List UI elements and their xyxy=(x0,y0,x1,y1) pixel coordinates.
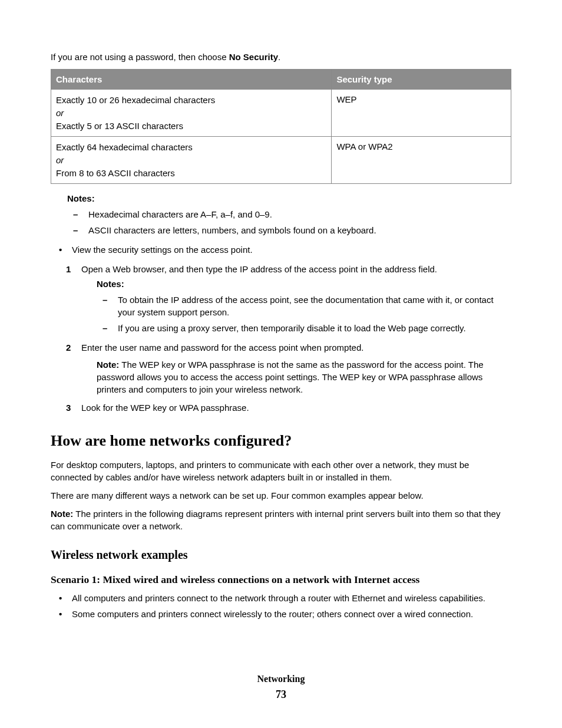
table-cell-characters: Exactly 64 hexadecimal characters or Fro… xyxy=(51,137,332,184)
step-note-item: If you are using a proxy server, then te… xyxy=(103,322,511,334)
table-row: Exactly 64 hexadecimal characters or Fro… xyxy=(51,137,511,184)
note-body: The printers in the following diagrams r… xyxy=(51,509,500,531)
table-header-security-type: Security type xyxy=(332,70,511,90)
step-item: Look for the WEP key or WPA passphrase. xyxy=(64,401,511,414)
step-item: Open a Web browser, and then type the IP… xyxy=(64,263,511,334)
chars-or: or xyxy=(56,107,326,119)
note-item: ASCII characters are letters, numbers, a… xyxy=(73,224,511,236)
table-cell-security-type: WEP xyxy=(332,90,511,137)
intro-suffix: . xyxy=(278,52,280,62)
body-paragraph: For desktop computers, laptops, and prin… xyxy=(51,459,511,483)
note-item: Hexadecimal characters are A–F, a–f, and… xyxy=(73,208,511,220)
notes-label: Notes: xyxy=(67,192,511,205)
step-item: Enter the user name and password for the… xyxy=(64,341,511,396)
chars-or: or xyxy=(56,154,326,166)
note-label: Note: xyxy=(51,509,73,519)
intro-prefix: If you are not using a password, then ch… xyxy=(51,52,229,62)
heading-how-networks-configured: How are home networks configured? xyxy=(51,430,511,452)
table-cell-characters: Exactly 10 or 26 hexadecimal characters … xyxy=(51,90,332,137)
table-header-characters: Characters xyxy=(51,70,332,90)
bullet-item: View the security settings on the access… xyxy=(57,243,511,256)
footer-section-name: Networking xyxy=(0,673,562,686)
heading-scenario-1: Scenario 1: Mixed wired and wireless con… xyxy=(51,572,511,587)
chars-line: Exactly 10 or 26 hexadecimal characters xyxy=(56,94,326,106)
step-note-paragraph: Note: The WEP key or WPA passphrase is n… xyxy=(97,358,511,396)
chars-line: Exactly 64 hexadecimal characters xyxy=(56,141,326,153)
intro-line: If you are not using a password, then ch… xyxy=(51,51,511,63)
scenario-bullet-list: All computers and printers connect to th… xyxy=(57,592,511,620)
step-text: Enter the user name and password for the… xyxy=(81,341,511,354)
note-body: The WEP key or WPA passphrase is not the… xyxy=(97,360,484,394)
security-table: Characters Security type Exactly 10 or 2… xyxy=(51,69,511,184)
intro-bold: No Security xyxy=(229,52,278,62)
table-row: Exactly 10 or 26 hexadecimal characters … xyxy=(51,90,511,137)
step-notes-list: To obtain the IP address of the access p… xyxy=(103,294,511,334)
scenario-bullet-item: All computers and printers connect to th… xyxy=(57,592,511,604)
heading-wireless-examples: Wireless network examples xyxy=(51,546,511,563)
step-text: Open a Web browser, and then type the IP… xyxy=(81,263,511,275)
body-note-paragraph: Note: The printers in the following diag… xyxy=(51,508,511,532)
page-footer: Networking 73 xyxy=(0,673,562,702)
scenario-bullet-item: Some computers and printers connect wire… xyxy=(57,608,511,620)
bullet-list: View the security settings on the access… xyxy=(57,243,511,256)
footer-page-number: 73 xyxy=(0,687,562,702)
chars-line: From 8 to 63 ASCII characters xyxy=(56,167,326,179)
notes-label: Notes: xyxy=(97,278,511,290)
chars-line: Exactly 5 or 13 ASCII characters xyxy=(56,120,326,132)
note-label: Note: xyxy=(97,360,119,370)
step-note-item: To obtain the IP address of the access p… xyxy=(103,294,511,318)
step-text: Look for the WEP key or WPA passphrase. xyxy=(81,401,511,414)
body-paragraph: There are many different ways a network … xyxy=(51,489,511,502)
steps-list: Open a Web browser, and then type the IP… xyxy=(64,263,511,414)
notes-list: Hexadecimal characters are A–F, a–f, and… xyxy=(73,208,511,236)
table-cell-security-type: WPA or WPA2 xyxy=(332,137,511,184)
